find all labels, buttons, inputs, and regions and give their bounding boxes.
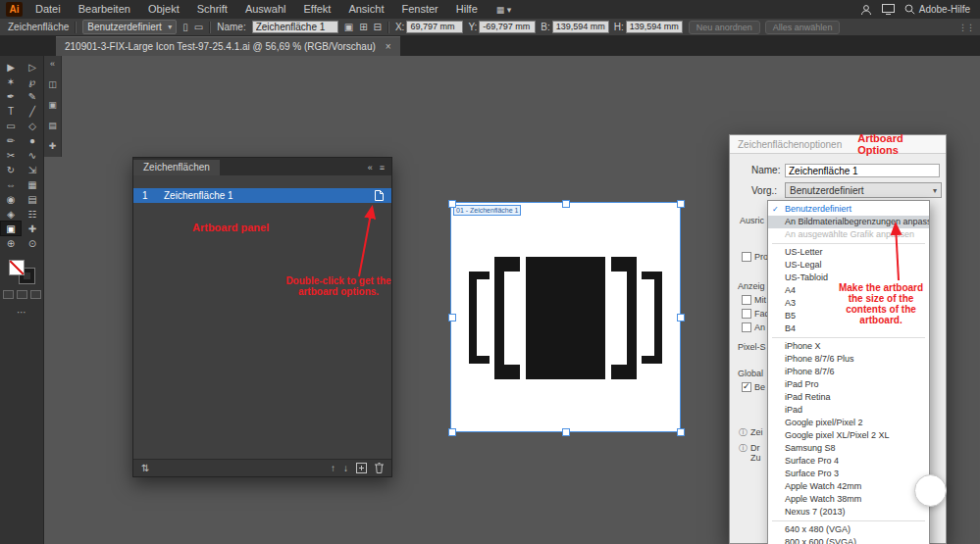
shaper-tool[interactable]: ◇: [23, 119, 42, 132]
lasso-tool[interactable]: ℘: [23, 74, 42, 88]
preset-option[interactable]: Nexus 7 (2013): [768, 506, 929, 519]
menu-item[interactable]: Effekt: [294, 0, 339, 19]
draw-behind-button[interactable]: [17, 290, 27, 299]
artboard-list-row[interactable]: 1 Zeichenfläche 1: [133, 188, 391, 203]
reorder-icon[interactable]: ⇅: [141, 463, 149, 473]
hand-tool[interactable]: ⊕: [1, 236, 21, 250]
floating-button[interactable]: [914, 474, 947, 507]
dock-panel-icon-4[interactable]: ✚: [49, 141, 57, 151]
landscape-icon[interactable]: ▭: [194, 21, 203, 33]
free-transform-tool[interactable]: ⇔: [1, 177, 21, 191]
preset-option[interactable]: iPad Pro: [768, 378, 929, 391]
menu-item[interactable]: Schrift: [188, 0, 236, 19]
shape-builder-tool[interactable]: ▦: [23, 177, 42, 191]
global-checkbox[interactable]: [742, 382, 751, 392]
safe-area-checkbox[interactable]: [742, 322, 751, 332]
blob-brush-tool[interactable]: ●: [23, 133, 42, 147]
toolbar-overflow-icon[interactable]: ⋯: [0, 307, 43, 318]
preset-option[interactable]: An Bildmaterialbegrenzungen anpassen: [768, 216, 929, 228]
selection-handle[interactable]: [562, 200, 570, 208]
preset-option[interactable]: Samsung S8: [768, 442, 929, 455]
portrait-icon[interactable]: ▯: [182, 21, 188, 33]
preset-select[interactable]: Benutzerdefiniert ▾: [82, 20, 177, 34]
proportions-checkbox[interactable]: [742, 252, 751, 262]
crosshair-checkbox[interactable]: [742, 309, 751, 319]
artboard-options-icon[interactable]: [375, 190, 384, 201]
dock-panel-icon-1[interactable]: ◫: [48, 79, 57, 89]
preset-option[interactable]: Surface Pro 3: [768, 468, 929, 480]
width-tool[interactable]: ∿: [23, 148, 42, 162]
dialog-title-bar[interactable]: Zeichenflächenoptionen Artboard Options: [730, 135, 946, 154]
preset-option[interactable]: iPad: [768, 404, 929, 417]
center-mark-checkbox[interactable]: [742, 295, 751, 305]
preset-option[interactable]: US-Legal: [768, 259, 929, 272]
control-bar-grip[interactable]: ⋮⋮: [958, 23, 974, 32]
artboard-name-tag[interactable]: 01 - Zeichenfläche 1: [453, 205, 521, 216]
move-down-icon[interactable]: ↓: [343, 463, 348, 473]
arrange-documents-icon[interactable]: ▦ ▾: [496, 5, 512, 15]
preset-option[interactable]: 800 x 600 (SVGA): [768, 536, 929, 544]
preset-option[interactable]: Apple Watch 38mm: [768, 493, 929, 506]
dock-panel-icon-2[interactable]: ▣: [48, 100, 57, 110]
collapse-dock-icon[interactable]: «: [50, 59, 55, 69]
selection-handle[interactable]: [677, 428, 685, 436]
preset-option[interactable]: iPhone 8/7/6 Plus: [768, 353, 929, 366]
draw-inside-button[interactable]: [30, 290, 41, 299]
selection-handle[interactable]: [448, 428, 456, 436]
dialog-preset-select[interactable]: Benutzerdefiniert ▾: [785, 182, 942, 198]
menu-item[interactable]: Auswahl: [236, 0, 295, 19]
preset-option[interactable]: Google pixel XL/Pixel 2 XL: [768, 429, 929, 442]
fill-swatch[interactable]: [9, 260, 25, 275]
menu-item[interactable]: Bearbeiten: [70, 0, 139, 19]
selection-handle[interactable]: [677, 314, 685, 321]
rectangle-tool[interactable]: ▭: [1, 119, 21, 132]
blend-tool[interactable]: ☷: [23, 207, 42, 221]
new-artboard-icon[interactable]: [356, 463, 367, 473]
menu-item[interactable]: Fenster: [392, 0, 446, 19]
tab-zeichenflaechen[interactable]: Zeichenflächen: [133, 160, 220, 175]
preset-option[interactable]: iPhone X: [768, 340, 929, 353]
preset-option[interactable]: Surface Pro 4: [768, 455, 929, 468]
artboard-name-input[interactable]: [252, 21, 338, 33]
panel-menu-icon[interactable]: ≡: [380, 163, 385, 173]
menu-item[interactable]: Hilfe: [447, 0, 487, 19]
adobe-help[interactable]: Adobe-Hilfe: [904, 4, 970, 15]
pen-tool[interactable]: ✒: [1, 89, 21, 103]
artboard[interactable]: [451, 203, 680, 431]
selection-handle[interactable]: [448, 314, 456, 321]
selection-tool[interactable]: ▶: [1, 60, 21, 74]
menu-item[interactable]: Ansicht: [339, 0, 392, 19]
eyedropper-tool[interactable]: ◈: [1, 207, 21, 221]
rotate-tool[interactable]: ↻: [1, 163, 21, 176]
preset-option[interactable]: iPad Retina: [768, 391, 929, 404]
selection-handle[interactable]: [448, 200, 456, 208]
magic-wand-tool[interactable]: ✶: [1, 74, 21, 88]
artboard-tool[interactable]: ▣: [1, 222, 21, 235]
workspace-icon[interactable]: [882, 4, 895, 15]
artboard-delete-icon[interactable]: ⊟: [374, 21, 382, 33]
dialog-name-input[interactable]: [785, 164, 940, 177]
collapse-panel-icon[interactable]: «: [368, 163, 373, 173]
draw-normal-button[interactable]: [3, 290, 14, 299]
field-value[interactable]: -69,797 mm: [479, 21, 536, 33]
preset-option[interactable]: iPhone 8/7/6: [768, 366, 929, 378]
move-up-icon[interactable]: ↑: [331, 463, 335, 473]
preset-option[interactable]: US-Letter: [768, 246, 929, 259]
scale-tool[interactable]: ⇲: [23, 163, 42, 176]
selection-handle[interactable]: [677, 200, 685, 208]
pencil-tool[interactable]: ✏: [1, 133, 21, 147]
menu-item[interactable]: Datei: [26, 0, 70, 19]
field-value[interactable]: 69,797 mm: [406, 21, 463, 33]
field-value[interactable]: 139,594 mm: [626, 21, 683, 33]
zoom-tool[interactable]: ⊙: [23, 236, 42, 250]
mesh-tool[interactable]: ▤: [23, 192, 42, 206]
direct-selection-tool[interactable]: ▷: [23, 60, 42, 74]
preset-option[interactable]: Benutzerdefiniert: [768, 203, 929, 216]
artboard-presets-icon[interactable]: ⊞: [359, 21, 367, 33]
move-artwork-toggle-icon[interactable]: ▣: [344, 21, 353, 33]
preset-option[interactable]: 640 x 480 (VGA): [768, 523, 929, 536]
scissors-tool[interactable]: ✂: [1, 148, 21, 162]
curvature-tool[interactable]: ✎: [23, 89, 42, 103]
dock-panel-icon-3[interactable]: ▤: [48, 121, 57, 130]
field-value[interactable]: 139,594 mm: [552, 21, 609, 33]
